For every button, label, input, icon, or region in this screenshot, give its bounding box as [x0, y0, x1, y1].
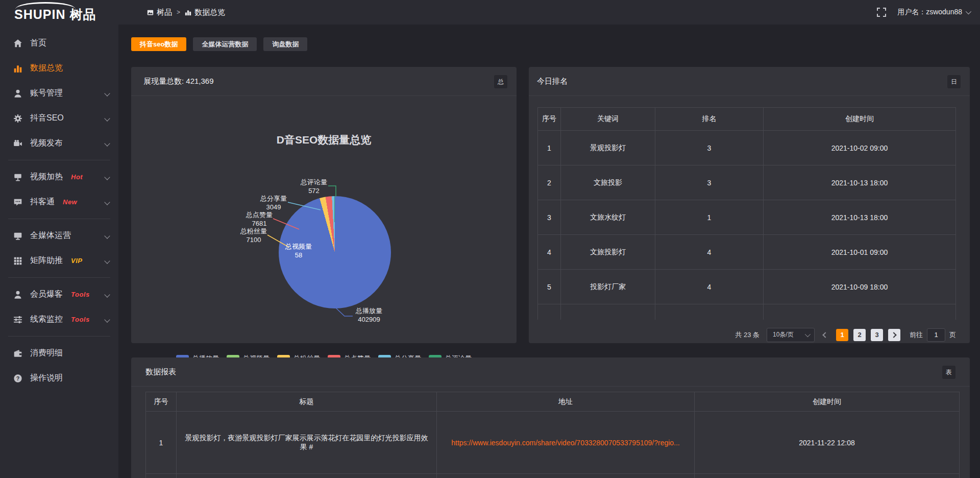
page-button-2[interactable]: 2	[853, 329, 866, 341]
seo-chart-panel: 展现量总数: 421,369 总 D音SEO数据量总览 总评论量 572	[131, 67, 517, 343]
table-row-empty	[538, 304, 956, 320]
pagination: 共 23 条 10条/页 1 2 3 前往 页	[529, 328, 956, 342]
sidebar-item-home[interactable]: 首页	[0, 31, 118, 56]
tab-inquiry-data[interactable]: 询盘数据	[263, 37, 307, 51]
sidebar-item-expense-detail[interactable]: 消费明细	[0, 341, 118, 366]
chart-panel-header: 展现量总数: 421,369	[131, 67, 517, 96]
user-menu[interactable]: 用户名：zswodun88	[897, 8, 970, 17]
table-header-row: 序号 关键词 排名 创建时间	[538, 108, 956, 131]
tools-badge: Tools	[71, 291, 90, 298]
gear-icon	[13, 114, 22, 123]
sidebar-item-douyin-seo[interactable]: 抖音SEO	[0, 106, 118, 131]
sidebar-item-data-overview[interactable]: 数据总览	[0, 56, 118, 81]
pie-label-plays: 总播放量 402909	[354, 306, 384, 324]
column-header: 排名	[655, 108, 764, 131]
chevron-down-icon	[104, 233, 110, 238]
table-view-button[interactable]: 表	[942, 366, 955, 379]
page-button-3[interactable]: 3	[871, 329, 883, 341]
pie-label-likes: 总点赞量 7681	[244, 210, 275, 228]
breadcrumb-current[interactable]: 数据总览	[185, 8, 225, 17]
chevron-down-icon	[805, 331, 811, 337]
breadcrumb-separator: >	[177, 9, 180, 16]
chevron-down-icon	[966, 9, 971, 14]
sidebar-divider	[8, 277, 110, 278]
next-page-button[interactable]	[888, 329, 900, 341]
pie-chart: D音SEO数据量总览 总评论量 572 总分享量 3049	[131, 96, 517, 343]
table-row: 4 文旅投影灯 4 2021-10-01 09:00	[538, 235, 956, 270]
sidebar-item-douketong[interactable]: 抖客通 New	[0, 189, 118, 214]
chat-bubble-icon	[13, 198, 22, 207]
tab-douyin-seo-data[interactable]: 抖音seo数据	[131, 37, 186, 51]
app-logo: SHUPIN 树品	[0, 2, 118, 23]
page-size-select[interactable]: 10条/页	[767, 328, 815, 342]
pie-label-comments: 总评论量 572	[299, 178, 329, 195]
prev-page-button[interactable]	[820, 329, 831, 341]
goto-suffix: 页	[949, 330, 956, 340]
today-rank-panel: 今日排名 日 序号 关键词 排名 创建时间 1	[529, 67, 970, 343]
chevron-left-icon	[822, 332, 828, 338]
new-badge: New	[63, 198, 77, 206]
home-icon	[13, 39, 22, 48]
chevron-down-icon	[104, 140, 110, 146]
wallet-icon	[13, 349, 22, 358]
sidebar-item-clue-monitor[interactable]: 线索监控 Tools	[0, 307, 118, 332]
fullscreen-icon[interactable]	[877, 8, 886, 17]
breadcrumb: 树品 > 数据总览	[147, 8, 225, 17]
sidebar-item-account[interactable]: 账号管理	[0, 81, 118, 106]
tools-badge: Tools	[71, 316, 90, 323]
day-view-button[interactable]: 日	[947, 75, 961, 88]
svg-text:?: ?	[16, 375, 20, 381]
grid-icon	[13, 256, 22, 266]
sidebar-item-matrix-boost[interactable]: 矩阵助推 VIP	[0, 248, 118, 273]
page-button-1[interactable]: 1	[836, 329, 848, 341]
chevron-down-icon	[104, 258, 110, 264]
chevron-down-icon	[104, 199, 110, 205]
column-header: 创建时间	[695, 392, 960, 412]
table-row: 5 投影灯厂家 4 2021-10-09 18:00	[538, 270, 956, 304]
bar-chart-icon	[185, 9, 191, 16]
breadcrumb-root[interactable]: 树品	[147, 8, 172, 17]
sidebar: 首页 数据总览 账号管理 抖音SEO 视频发布 视频加热 Hot 抖客通 New…	[0, 25, 118, 478]
sidebar-item-video-publish[interactable]: 视频发布	[0, 131, 118, 156]
main-content: 抖音seo数据 全媒体运营数据 询盘数据 展现量总数: 421,369 总 D音…	[118, 25, 980, 478]
video-url-link[interactable]: https://www.iesdouyin.com/share/video/70…	[451, 439, 680, 447]
table-row: 1 景观投影灯 3 2021-10-02 09:00	[538, 131, 956, 165]
user-label: 用户名：zswodun88	[897, 8, 962, 17]
data-tabs: 抖音seo数据 全媒体运营数据 询盘数据	[131, 37, 970, 51]
chevron-down-icon	[104, 317, 110, 322]
report-panel-header: 数据报表	[131, 357, 970, 387]
column-header: 地址	[437, 392, 695, 412]
table-row: 3 文旅水纹灯 1 2021-10-13 18:00	[538, 200, 956, 235]
hot-badge: Hot	[71, 173, 83, 181]
sidebar-divider	[8, 160, 110, 160]
goto-label: 前往	[910, 330, 923, 340]
report-table: 序号 标题 地址 创建时间 1 景观投影灯，夜游景观投影灯厂家展示展示落花灯在花…	[145, 392, 960, 478]
sidebar-item-video-heat[interactable]: 视频加热 Hot	[0, 164, 118, 189]
column-header: 创建时间	[764, 108, 956, 131]
column-header: 序号	[538, 108, 561, 131]
picture-icon	[147, 9, 154, 16]
pie-label-shares: 总分享量 3049	[258, 194, 289, 211]
logo-arc-icon	[15, 2, 76, 9]
person-icon	[13, 290, 22, 299]
sidebar-item-help[interactable]: ? 操作说明	[0, 366, 118, 391]
rank-table: 序号 关键词 排名 创建时间 1 景观投影灯 3 2021-10-02 09:0…	[537, 107, 956, 320]
chevron-right-icon	[891, 332, 896, 338]
pie-label-fans: 总粉丝量 7100	[238, 227, 269, 244]
sidebar-item-member-leads[interactable]: 会员爆客 Tools	[0, 282, 118, 307]
pagination-total: 共 23 条	[735, 330, 760, 340]
column-header: 序号	[146, 392, 177, 412]
report-title: 景观投影灯，夜游景观投影灯厂家展示展示落花灯在花园里的灯光投影应用效果 #	[177, 412, 437, 474]
data-report-panel: 数据报表 表 序号 标题 地址 创建时间 1 景观投影灯，夜游景观投影灯厂家展示…	[131, 357, 970, 478]
goto-page-input[interactable]	[927, 328, 945, 342]
sliders-icon	[13, 315, 22, 324]
column-header: 关键词	[561, 108, 655, 131]
vip-badge: VIP	[71, 257, 82, 265]
sidebar-item-omnimedia[interactable]: 全媒体运营	[0, 223, 118, 248]
chevron-down-icon	[104, 292, 110, 297]
video-camera-icon	[13, 139, 22, 148]
top-bar: SHUPIN 树品 树品 > 数据总览 用户名：zswodun88	[0, 0, 980, 25]
table-row-empty	[146, 474, 960, 478]
total-view-button[interactable]: 总	[494, 75, 507, 88]
tab-omnimedia-data[interactable]: 全媒体运营数据	[193, 37, 257, 51]
